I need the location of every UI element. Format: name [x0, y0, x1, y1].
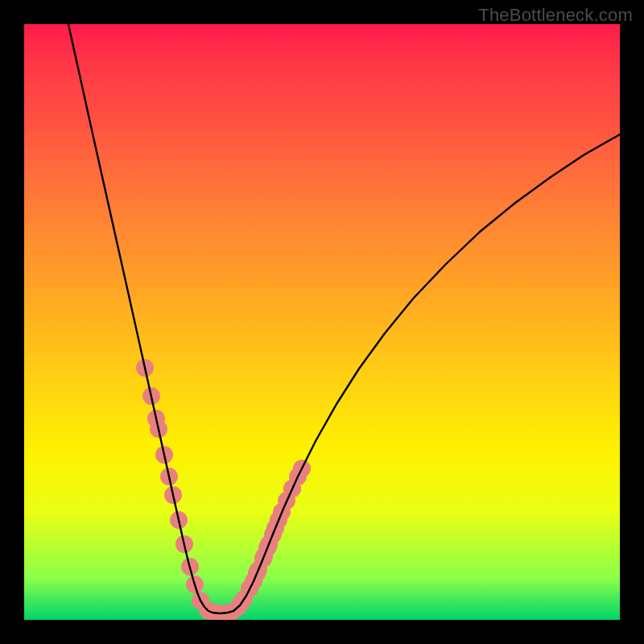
- markers-group: [136, 359, 311, 620]
- chart-svg: [24, 24, 620, 620]
- chart-frame: TheBottleneck.com: [0, 0, 644, 644]
- watermark-text: TheBottleneck.com: [478, 5, 633, 26]
- bottleneck-curve: [68, 24, 620, 613]
- plot-area: [24, 24, 620, 620]
